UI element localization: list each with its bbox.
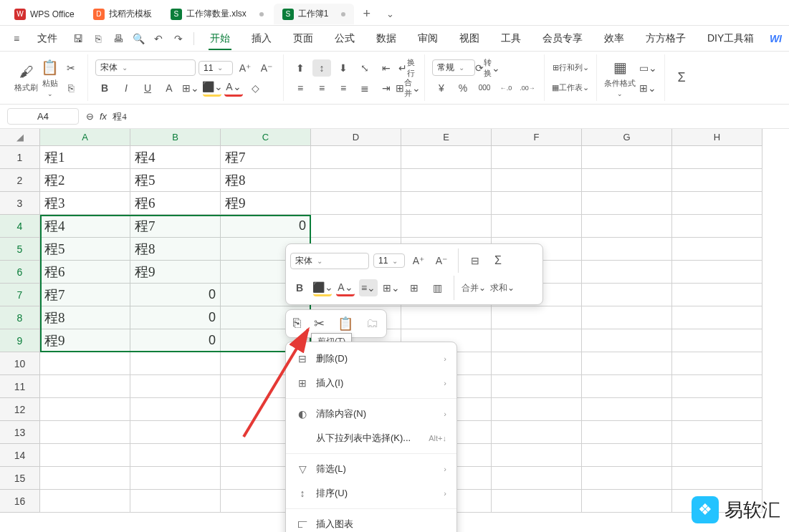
cell[interactable] <box>582 238 672 261</box>
cell[interactable] <box>40 352 130 375</box>
tab-formula[interactable]: 公式 <box>325 28 365 49</box>
cell[interactable] <box>672 146 762 169</box>
cell[interactable] <box>582 169 672 192</box>
row-header-2[interactable]: 2 <box>0 169 40 192</box>
cell[interactable] <box>311 169 401 192</box>
cell[interactable] <box>130 490 221 513</box>
redo-icon[interactable]: ↷ <box>169 33 188 44</box>
cell[interactable]: 0 <box>221 215 311 238</box>
cell[interactable] <box>492 467 582 490</box>
tab-fangfang[interactable]: 方方格子 <box>636 28 696 49</box>
cell[interactable] <box>582 215 672 238</box>
col-header-d[interactable]: D <box>311 129 401 146</box>
cell[interactable]: 程8 <box>221 169 311 192</box>
row-header-7[interactable]: 7 <box>0 284 40 306</box>
cell[interactable]: 程9 <box>130 261 221 284</box>
row-header-10[interactable]: 10 <box>0 352 40 375</box>
tab-tools[interactable]: 工具 <box>491 28 531 49</box>
merge-button[interactable]: ⊞ 合并⌄ <box>398 79 417 97</box>
cell[interactable] <box>582 490 672 513</box>
cell[interactable]: 程7 <box>221 146 311 169</box>
row-header-3[interactable]: 3 <box>0 192 40 215</box>
cell[interactable]: 0 <box>130 284 221 306</box>
cell[interactable] <box>672 306 762 329</box>
cell[interactable]: 程2 <box>40 169 130 192</box>
cell[interactable]: 程6 <box>130 192 221 215</box>
bold-button[interactable]: B <box>95 79 114 97</box>
cell[interactable] <box>40 375 130 398</box>
cell[interactable] <box>672 215 762 238</box>
font-name-select[interactable]: 宋体⌄ <box>95 59 196 76</box>
tab-workbook-1[interactable]: S 工作簿1 <box>274 4 355 24</box>
cell[interactable] <box>672 238 762 261</box>
mini-font-name[interactable]: 宋体⌄ <box>290 253 369 269</box>
cell[interactable] <box>401 215 492 238</box>
tab-diy[interactable]: DIY工具箱 <box>697 28 764 49</box>
menu-sort[interactable]: ↕排序(U)› <box>286 481 456 506</box>
col-header-g[interactable]: G <box>582 129 672 146</box>
font-a-button[interactable]: A <box>160 79 178 97</box>
name-box[interactable]: A4 <box>7 108 79 125</box>
cell[interactable] <box>582 261 672 284</box>
align-justify-icon[interactable]: ≣ <box>355 79 374 97</box>
menu-filter[interactable]: ▽筛选(L)› <box>286 457 456 481</box>
cell[interactable] <box>130 398 221 421</box>
row-header-5[interactable]: 5 <box>0 238 40 261</box>
wrap-text-button[interactable]: ↵ 换行 <box>398 59 417 77</box>
cell[interactable] <box>130 444 221 467</box>
select-all-corner[interactable]: ◢ <box>0 129 40 146</box>
print-icon[interactable]: 🖶 <box>109 33 128 44</box>
cell[interactable] <box>672 398 762 421</box>
menu-clear[interactable]: ◐清除内容(N)› <box>286 402 456 426</box>
export-icon[interactable]: ⎘ <box>89 33 107 44</box>
align-center-icon[interactable]: ≡ <box>312 79 331 97</box>
cell[interactable] <box>672 421 762 444</box>
tab-start[interactable]: 开始 <box>200 28 240 49</box>
row-header-12[interactable]: 12 <box>0 398 40 421</box>
cell[interactable]: 程7 <box>130 215 221 238</box>
tab-review[interactable]: 审阅 <box>408 28 448 49</box>
cell[interactable] <box>492 306 582 329</box>
mini-fontcolor-button[interactable]: A⌄ <box>336 279 355 296</box>
cell[interactable] <box>672 169 762 192</box>
cell[interactable]: 程4 <box>130 146 221 169</box>
cell[interactable] <box>492 146 582 169</box>
cell[interactable] <box>582 375 672 398</box>
tab-page[interactable]: 页面 <box>283 28 323 49</box>
cell[interactable] <box>672 444 762 467</box>
cond-format-button[interactable]: ▦条件格式⌄ <box>604 58 636 97</box>
menu-pick-list[interactable]: 从下拉列表中选择(K)...Alt+↓ <box>286 426 456 450</box>
row-header-13[interactable]: 13 <box>0 421 40 444</box>
cell[interactable] <box>582 467 672 490</box>
mini-format2-icon[interactable]: ▥ <box>428 279 446 296</box>
mini-sum-icon[interactable]: Σ <box>489 252 507 269</box>
copy-icon[interactable]: ⎘ <box>62 79 80 97</box>
clear-format-button[interactable]: ◇ <box>246 79 264 97</box>
cell[interactable] <box>311 215 401 238</box>
sum-button[interactable]: Σ <box>672 69 691 87</box>
menu-insert-chart[interactable]: ⫍插入图表 <box>286 512 456 532</box>
cell[interactable]: 程5 <box>40 238 130 261</box>
cell[interactable] <box>130 375 221 398</box>
mini-border-button[interactable]: ⊞⌄ <box>382 279 401 296</box>
border-button[interactable]: ⊞⌄ <box>181 79 200 97</box>
cell-style-icon[interactable]: ▭⌄ <box>639 59 657 77</box>
cell[interactable] <box>582 284 672 306</box>
cell[interactable] <box>492 398 582 421</box>
cell[interactable] <box>582 329 672 352</box>
cut-icon[interactable]: ✂ 剪切(T) <box>314 316 325 332</box>
row-header-1[interactable]: 1 <box>0 146 40 169</box>
cell[interactable]: 程9 <box>40 329 130 352</box>
cut-icon[interactable]: ✂ <box>62 59 80 77</box>
cell[interactable] <box>40 444 130 467</box>
currency-button[interactable]: ¥ <box>432 79 451 97</box>
mini-font-grow-icon[interactable]: A⁺ <box>409 252 428 269</box>
mini-merge-label[interactable]: 合并⌄ <box>462 282 486 294</box>
tab-efficiency[interactable]: 效率 <box>594 28 634 49</box>
preview-icon[interactable]: 🔍 <box>129 33 148 44</box>
cell[interactable] <box>492 329 582 352</box>
tab-member[interactable]: 会员专享 <box>532 28 593 49</box>
font-shrink-icon[interactable]: A⁻ <box>257 59 276 77</box>
mini-font-shrink-icon[interactable]: A⁻ <box>432 252 451 269</box>
cell[interactable] <box>401 306 492 329</box>
